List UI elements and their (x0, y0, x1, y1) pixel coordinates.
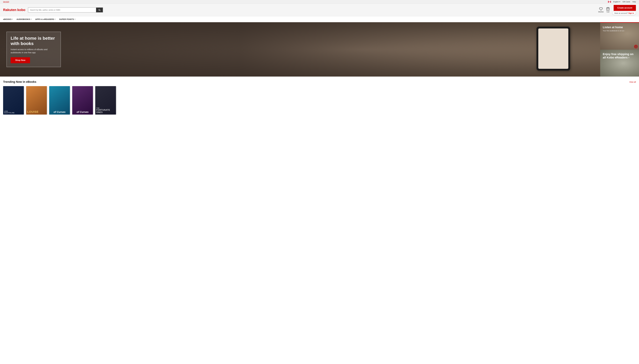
search-bar (28, 7, 103, 12)
book-title-2: FORTUNATE (96, 109, 115, 111)
sign-in-link[interactable]: Sign in (628, 12, 634, 14)
book-title: of Curses (73, 110, 92, 114)
promo-link[interactable]: Get $15 (3, 1, 9, 3)
hero-side-panels: Listen at home Your first audiobook is o… (600, 22, 639, 76)
hero-overlay (0, 22, 600, 76)
wishlist-label: Wishlist (598, 11, 603, 13)
svg-rect-2 (610, 1, 611, 3)
nav-item-ebooks[interactable]: eBOOKS ▾ (3, 16, 16, 22)
book-title-text: LOUISE (27, 110, 46, 114)
tablet-screen (538, 28, 568, 69)
signin-bubble: Have an account? Sign in (612, 12, 636, 15)
chevron-right-icon: › (628, 56, 629, 59)
chevron-down-icon: ▾ (31, 18, 32, 20)
language-label: English (613, 1, 619, 3)
chevron-down-icon: ▾ (55, 18, 55, 20)
chevron-right-icon: › (624, 30, 625, 32)
cart-icon (606, 7, 610, 11)
book-text: of Curses (49, 86, 70, 114)
hero-text-box: Life at home is better with books Instan… (7, 32, 61, 67)
top-bar: Get $15 English ▾ Gift Cards Help (0, 0, 639, 4)
help-link[interactable]: Help (632, 1, 636, 3)
book-text: LISA SCOTTOLINE (3, 86, 24, 114)
book-title: the (96, 107, 115, 109)
book-text: the FORTUNATE ONES (95, 86, 116, 114)
book-text: LOUISE (26, 86, 47, 114)
nav-item-audiobooks[interactable]: AUDIOBOOKS ▾ (16, 16, 34, 22)
promo-banner: Get $15 (3, 1, 9, 3)
panel-bottom-content: Enjoy free shipping on all Kobo eReaders… (600, 50, 639, 63)
panel-top-title: Listen at home (603, 26, 636, 29)
heart-icon (599, 7, 603, 11)
hero-content: Life at home is better with books Instan… (0, 26, 65, 72)
cart-button[interactable]: Cart (606, 7, 610, 13)
top-bar-right: English ▾ Gift Cards Help (608, 1, 636, 3)
search-icon (98, 9, 101, 11)
book-text: of Curses (72, 86, 93, 114)
trending-header: Trending Now in eBooks View all (3, 80, 636, 84)
hero-subtitle: Instant access to millions of eBooks and… (11, 48, 57, 54)
chevron-down-icon: ▾ (12, 18, 13, 20)
tablet-decoration (536, 27, 570, 70)
nav-apps-label: APPS & eREADERS (35, 18, 54, 20)
hero-title: Life at home is better with books (11, 36, 57, 46)
create-account-button[interactable]: Create account (614, 5, 636, 11)
nav-superpoints-label: SUPER POINTS (59, 18, 74, 20)
hero-panel-ereader[interactable]: Enjoy free shipping on all Kobo eReaders… (600, 50, 639, 76)
hero-section: Life at home is better with books Instan… (0, 22, 639, 76)
book-item[interactable]: LOUISE (26, 86, 47, 114)
nav-ebooks-label: eBOOKS (3, 18, 12, 20)
trending-title: Trending Now in eBooks (3, 80, 36, 84)
panel-top-content: Listen at home Your first audiobook is o… (600, 23, 639, 34)
headphone-icon: 🎧 (634, 45, 638, 48)
book-title-3: ONES (96, 111, 115, 114)
logo-rakuten-text: Rakuten (3, 8, 17, 12)
chevron-down-icon: ▾ (75, 18, 75, 20)
canada-flag-icon (608, 1, 611, 3)
search-button[interactable] (96, 8, 103, 12)
book-grid: LISA SCOTTOLINE LOUISE of Curses of Curs… (3, 86, 636, 114)
panel-bottom-title: Enjoy free shipping on all Kobo eReaders… (603, 52, 636, 59)
wishlist-button[interactable]: Wishlist (598, 7, 603, 13)
gift-cards-link[interactable]: Gift Cards (622, 1, 630, 3)
logo[interactable]: Rakuten kobo (3, 8, 25, 12)
book-title: of Curses (50, 110, 69, 114)
nav-item-apps-ereaders[interactable]: APPS & eREADERS ▾ (34, 16, 58, 22)
account-section: Create account Have an account? Sign in (612, 5, 636, 15)
svg-rect-1 (608, 1, 609, 3)
nav-audiobooks-label: AUDIOBOOKS (17, 18, 30, 20)
trending-section: Trending Now in eBooks View all LISA SCO… (0, 76, 639, 117)
chevron-down-icon: ▾ (619, 1, 620, 3)
book-item[interactable]: LISA SCOTTOLINE (3, 86, 24, 114)
logo-kobo-word: kobo (17, 8, 25, 12)
header-actions: Wishlist Cart Create account Have an acc… (598, 5, 636, 15)
main-nav: eBOOKS ▾ AUDIOBOOKS ▾ APPS & eREADERS ▾ … (0, 16, 639, 22)
shop-now-button[interactable]: Shop Now (11, 57, 30, 63)
book-item[interactable]: of Curses (72, 86, 93, 114)
hero-panel-audiobook[interactable]: Listen at home Your first audiobook is o… (600, 22, 639, 50)
search-input[interactable] (28, 8, 96, 12)
book-item[interactable]: the FORTUNATE ONES (95, 86, 116, 114)
nav-item-super-points[interactable]: SUPER POINTS ▾ (58, 16, 78, 22)
panel-top-subtitle: Your first audiobook is on us › (603, 30, 636, 32)
cart-label: Cart (606, 11, 609, 13)
language-selector[interactable]: English ▾ (613, 1, 620, 3)
book-author: LISA (4, 110, 23, 112)
view-all-link[interactable]: View all (629, 81, 636, 83)
book-author-2: SCOTTOLINE (4, 112, 23, 114)
book-item[interactable]: of Curses (49, 86, 70, 114)
hero-main-panel: Life at home is better with books Instan… (0, 22, 600, 76)
have-account-text: Have an account? (614, 12, 628, 14)
header: Rakuten kobo Wishlist Cart (0, 4, 639, 16)
